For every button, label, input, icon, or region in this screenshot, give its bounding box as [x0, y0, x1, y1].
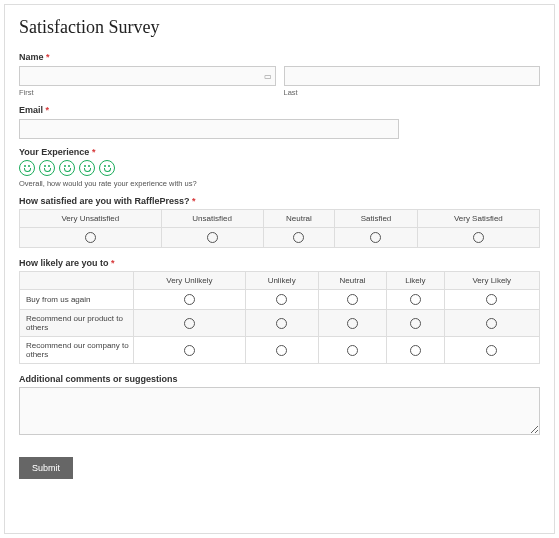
radio-option[interactable] — [184, 345, 195, 356]
comments-section: Additional comments or suggestions — [19, 374, 540, 439]
radio-option[interactable] — [276, 345, 287, 356]
radio-option[interactable] — [276, 294, 287, 305]
smiley-icon[interactable] — [79, 160, 95, 176]
email-section: Email * — [19, 105, 540, 139]
radio-option[interactable] — [347, 318, 358, 329]
email-input[interactable] — [19, 119, 399, 139]
radio-option[interactable] — [410, 345, 421, 356]
radio-option[interactable] — [293, 232, 304, 243]
radio-option[interactable] — [410, 318, 421, 329]
col-header: Very Unsatisfied — [20, 210, 162, 228]
comments-textarea[interactable] — [19, 387, 540, 435]
likely-label: How likely are you to * — [19, 258, 540, 268]
col-header: Neutral — [318, 272, 386, 290]
likely-section: How likely are you to * Very Unlikely Un… — [19, 258, 540, 364]
col-header: Likely — [387, 272, 444, 290]
experience-section: Your Experience * Overall, how would you… — [19, 147, 540, 188]
satisfaction-table: Very Unsatisfied Unsatisfied Neutral Sat… — [19, 209, 540, 248]
col-header: Unlikely — [245, 272, 318, 290]
radio-option[interactable] — [370, 232, 381, 243]
col-header: Satisfied — [335, 210, 417, 228]
required-mark: * — [92, 147, 96, 157]
radio-option[interactable] — [347, 345, 358, 356]
email-label: Email * — [19, 105, 540, 115]
radio-option[interactable] — [410, 294, 421, 305]
radio-option[interactable] — [473, 232, 484, 243]
smiley-icon[interactable] — [59, 160, 75, 176]
required-mark: * — [111, 258, 115, 268]
page-title: Satisfaction Survey — [19, 17, 540, 38]
required-mark: * — [46, 52, 50, 62]
radio-option[interactable] — [85, 232, 96, 243]
name-label: Name * — [19, 52, 540, 62]
experience-label: Your Experience * — [19, 147, 540, 157]
smiley-icon[interactable] — [99, 160, 115, 176]
radio-option[interactable] — [184, 318, 195, 329]
survey-form: Satisfaction Survey Name * ▭ First Last … — [4, 4, 555, 534]
col-header: Very Satisfied — [417, 210, 539, 228]
col-header: Very Likely — [444, 272, 539, 290]
col-header: Very Unlikely — [134, 272, 245, 290]
row-label: Recommend our product to others — [20, 310, 134, 337]
row-label: Recommend our company to others — [20, 337, 134, 364]
submit-button[interactable]: Submit — [19, 457, 73, 479]
satisfaction-section: How satisfied are you with RafflePress? … — [19, 196, 540, 248]
radio-option[interactable] — [486, 294, 497, 305]
comments-label: Additional comments or suggestions — [19, 374, 540, 384]
likely-table: Very Unlikely Unlikely Neutral Likely Ve… — [19, 271, 540, 364]
col-header: Unsatisfied — [161, 210, 263, 228]
radio-option[interactable] — [184, 294, 195, 305]
experience-help: Overall, how would you rate your experie… — [19, 179, 540, 188]
smiley-rating — [19, 160, 540, 176]
col-header: Neutral — [263, 210, 335, 228]
satisfaction-label: How satisfied are you with RafflePress? … — [19, 196, 540, 206]
contact-card-icon: ▭ — [264, 71, 272, 80]
required-mark: * — [192, 196, 196, 206]
smiley-icon[interactable] — [39, 160, 55, 176]
name-section: Name * ▭ First Last — [19, 52, 540, 97]
radio-option[interactable] — [347, 294, 358, 305]
required-mark: * — [46, 105, 50, 115]
radio-option[interactable] — [276, 318, 287, 329]
radio-option[interactable] — [486, 345, 497, 356]
last-name-input[interactable] — [284, 66, 541, 86]
smiley-icon[interactable] — [19, 160, 35, 176]
radio-option[interactable] — [207, 232, 218, 243]
first-sublabel: First — [19, 88, 276, 97]
last-sublabel: Last — [284, 88, 541, 97]
first-name-input[interactable] — [19, 66, 276, 86]
row-label: Buy from us again — [20, 290, 134, 310]
radio-option[interactable] — [486, 318, 497, 329]
